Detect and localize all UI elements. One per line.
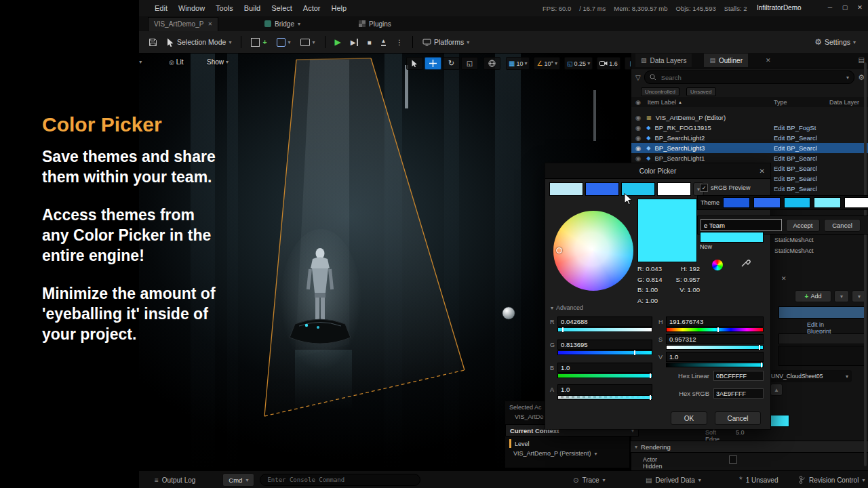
- menu-help[interactable]: Help: [326, 4, 353, 12]
- play-options-button[interactable]: ⋮: [391, 35, 407, 49]
- slider-value[interactable]: 0.957312: [666, 334, 764, 344]
- material-dropdown[interactable]: UNV_CloudSheet05 ▾: [768, 370, 852, 382]
- details-row[interactable]: [778, 346, 867, 366]
- viewport-lit-dropdown[interactable]: ◎ Lit: [169, 58, 183, 66]
- tab-outliner[interactable]: ▤ Outliner: [704, 54, 748, 67]
- slider-hue[interactable]: H 191.676743: [666, 317, 764, 332]
- details-dropdown-1[interactable]: ▾: [834, 290, 849, 302]
- srgb-preview-toggle[interactable]: ✓ sRGB Preview: [700, 184, 751, 192]
- slider-tick[interactable]: [650, 395, 651, 400]
- color-picker-titlebar[interactable]: Color Picker ✕: [545, 163, 770, 179]
- scale-tool-button[interactable]: ◱: [461, 57, 478, 70]
- theme-swatch[interactable]: [844, 197, 868, 208]
- cancel-button[interactable]: Cancel: [715, 411, 761, 425]
- slider-value[interactable]: 0.813695: [557, 340, 652, 350]
- color-wheel-selector[interactable]: [556, 247, 562, 253]
- eye-icon[interactable]: ◉: [635, 114, 641, 121]
- rotation-snap-toggle[interactable]: ∠ 10° ▾: [534, 57, 560, 70]
- column-data-layer[interactable]: Data Layer: [829, 99, 859, 106]
- eye-icon[interactable]: ◉: [635, 144, 641, 152]
- level-dropdown[interactable]: VIS_ArtDemo_P (Persistent) ▾: [513, 450, 597, 457]
- new-theme-entry[interactable]: New: [700, 232, 765, 250]
- row-type-link[interactable]: Edit BP_Searcl: [774, 165, 817, 172]
- minimize-icon[interactable]: ─: [825, 3, 835, 12]
- theme-name-input[interactable]: [701, 219, 782, 231]
- slider-tick[interactable]: [759, 345, 760, 350]
- selected-component-row[interactable]: [778, 306, 867, 319]
- add-component-button[interactable]: + Add: [795, 290, 831, 302]
- menu-edit[interactable]: Edit: [149, 4, 173, 12]
- rotate-tool-button[interactable]: ↻: [443, 57, 460, 70]
- soft-edge-value[interactable]: 5.0: [736, 429, 745, 436]
- row-type-link[interactable]: Edit BP_Searcl: [774, 144, 817, 152]
- slider-saturation[interactable]: S 0.957312: [666, 334, 764, 350]
- filter-icon[interactable]: ▽: [635, 74, 641, 81]
- selection-mode-dropdown[interactable]: Selection Mode ▾: [163, 35, 235, 49]
- color-wheel[interactable]: [553, 211, 633, 291]
- revision-control-dropdown[interactable]: Revision Control ▾: [799, 476, 865, 484]
- outliner-row[interactable]: ◉ ▦ VIS_ArtDemo_P (Editor): [631, 113, 868, 123]
- bridge-button[interactable]: Bridge ▾: [264, 20, 300, 28]
- slider-value[interactable]: 1.0: [557, 384, 652, 394]
- select-tool-button[interactable]: [406, 57, 423, 70]
- cmd-dropdown[interactable]: Cmd ▾: [222, 473, 254, 487]
- stop-button[interactable]: ■: [363, 35, 376, 49]
- camera-speed-button[interactable]: 1.6: [597, 57, 620, 70]
- level-tab[interactable]: VIS_ArtDemo_P ✕: [148, 17, 218, 31]
- new-theme-swatch[interactable]: [700, 232, 764, 243]
- outliner-row-selected[interactable]: ◉ ◆ BP_SearchLight3 Edit BP_Searcl: [631, 143, 868, 153]
- blueprints-dropdown[interactable]: ▾: [273, 35, 295, 49]
- output-log-button[interactable]: ≡ Output Log: [155, 476, 195, 484]
- trace-dropdown[interactable]: ⊙ Trace ▾: [573, 476, 606, 484]
- column-item-label[interactable]: Item Label: [648, 99, 676, 106]
- console-command-input[interactable]: [260, 474, 420, 486]
- slider-tick[interactable]: [562, 327, 564, 332]
- section-rendering[interactable]: ▾ Rendering: [631, 441, 868, 453]
- platforms-dropdown[interactable]: Platforms ▾: [418, 35, 473, 49]
- unsaved-button[interactable]: * 1 Unsaved: [739, 475, 778, 485]
- outliner-search-box[interactable]: ▾: [644, 70, 854, 84]
- slider-tick[interactable]: [634, 350, 635, 355]
- edit-in-blueprint-link[interactable]: Edit in Blueprint: [807, 321, 831, 335]
- viewport-show-dropdown[interactable]: Show ▾: [207, 58, 229, 66]
- hex-linear-input[interactable]: [713, 371, 764, 381]
- accept-button[interactable]: Accept: [786, 219, 820, 232]
- slider-alpha[interactable]: A 1.0: [557, 384, 652, 400]
- ok-button[interactable]: OK: [671, 411, 707, 425]
- slider-value[interactable]: 1.0: [557, 363, 652, 373]
- slider-green[interactable]: G 0.813695: [557, 340, 652, 355]
- hex-srgb-input[interactable]: [713, 388, 764, 399]
- menu-tools[interactable]: Tools: [210, 4, 239, 12]
- chevron-down-icon[interactable]: ▾: [846, 75, 849, 81]
- details-row[interactable]: [778, 333, 867, 344]
- cancel-theme-button[interactable]: Cancel: [824, 219, 861, 232]
- tab-close-icon[interactable]: ✕: [766, 57, 771, 64]
- slider-tick[interactable]: [650, 373, 651, 378]
- row-type-link[interactable]: Edit BP_Searcl: [774, 155, 817, 162]
- tab-close-icon[interactable]: ✕: [208, 21, 212, 27]
- slider-tick[interactable]: [717, 327, 719, 332]
- search-input[interactable]: [660, 73, 843, 82]
- move-tool-button[interactable]: [425, 57, 441, 70]
- menu-select[interactable]: Select: [266, 4, 298, 12]
- column-type[interactable]: Type: [774, 99, 787, 106]
- grid-snap-toggle[interactable]: ▦ 10 ▾: [506, 57, 530, 70]
- outliner-row[interactable]: ◉ ◆ BP_SearchLight2 Edit BP_Searcl: [631, 133, 868, 143]
- outliner-row[interactable]: ◉ ◆ BP_SearchLight1 Edit BP_Searcl: [631, 153, 868, 163]
- slider-tick[interactable]: [761, 363, 762, 367]
- menu-window[interactable]: Window: [173, 4, 210, 12]
- play-button[interactable]: ▶: [331, 35, 345, 49]
- details-item[interactable]: StaticMeshAct: [774, 247, 814, 254]
- plugins-button[interactable]: Plugins: [359, 20, 391, 28]
- slider-value-hsv[interactable]: V 1.0: [666, 352, 764, 367]
- eye-icon[interactable]: ◉: [635, 155, 641, 162]
- settings-dropdown[interactable]: ⚙ Settings ▾: [810, 35, 860, 49]
- derived-data-dropdown[interactable]: ▤ Derived Data ▾: [646, 476, 701, 484]
- row-type-link[interactable]: Edit BP_Searcl: [774, 185, 817, 192]
- theme-swatch[interactable]: [723, 197, 750, 208]
- row-type-link[interactable]: Edit BP_FogSt: [774, 124, 816, 131]
- swatch[interactable]: [657, 182, 691, 196]
- row-type-link[interactable]: Edit BP_Searcl: [774, 175, 817, 182]
- close-icon[interactable]: ✕: [760, 167, 765, 175]
- menu-actor[interactable]: Actor: [298, 4, 326, 12]
